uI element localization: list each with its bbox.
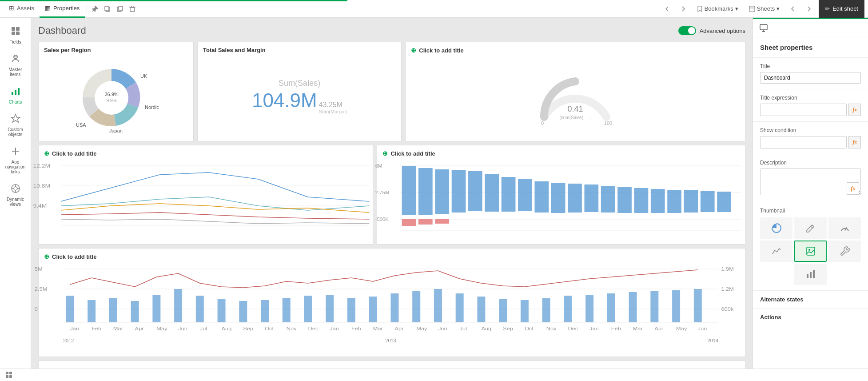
panel-show-condition-label: Show condition [760, 127, 861, 133]
svg-text:Feb: Feb [351, 326, 361, 331]
svg-text:Sep: Sep [243, 326, 253, 331]
sidebar-item-charts[interactable]: Charts [0, 81, 31, 109]
chart-bottom [38, 361, 745, 369]
svg-rect-12 [12, 32, 15, 35]
svg-text:Jun: Jun [698, 326, 707, 331]
bar-chart-svg: 6M 2.75M -500K [399, 161, 741, 239]
svg-text:Oct: Oct [525, 326, 534, 331]
svg-rect-58 [568, 184, 582, 213]
add-icon-combo: ⊕ [44, 253, 49, 260]
svg-text:2.5M: 2.5M [35, 287, 48, 291]
chart-body-sales: Sum(Sales) 104.9M 43.25M Sum(Margin) [198, 56, 401, 140]
sheets-next-button[interactable] [803, 3, 815, 15]
thumb-pie-button[interactable] [760, 217, 792, 239]
panel-thumbnail-label: Thumbnail [760, 208, 861, 214]
chart-title-combo: ⊕ Click to add title [39, 249, 745, 263]
svg-text:Mar: Mar [373, 326, 383, 331]
show-condition-fx-button[interactable]: fx [848, 136, 861, 148]
title-input[interactable] [760, 72, 861, 84]
label-japan: Japan [109, 128, 123, 133]
svg-line-144 [811, 226, 812, 228]
svg-rect-91 [283, 298, 291, 322]
svg-rect-56 [535, 181, 549, 213]
svg-text:Feb: Feb [611, 326, 621, 331]
svg-rect-16 [12, 92, 13, 95]
delete-button[interactable] [126, 3, 139, 15]
sidebar-fields-label: Fields [9, 40, 21, 44]
duplicate-button[interactable] [114, 3, 126, 15]
svg-rect-107 [629, 292, 637, 322]
nav-back-button[interactable] [661, 3, 673, 15]
sheets-dropdown[interactable]: Sheets ▾ [745, 4, 783, 14]
advanced-options-toggle[interactable] [678, 26, 696, 35]
description-textarea[interactable] [760, 168, 861, 195]
sidebar-item-custom-objects[interactable]: Custom objects [0, 109, 31, 141]
svg-rect-1 [105, 6, 109, 11]
svg-text:-500K: -500K [375, 217, 389, 222]
sidebar-dynamic-views-label: Dynamic views [3, 197, 28, 207]
nav-forward-button[interactable] [677, 3, 689, 15]
assets-icon: ⊞ [9, 4, 14, 12]
sheets-prev-button[interactable] [787, 3, 799, 15]
thumb-gauge-button[interactable] [828, 217, 861, 239]
svg-text:Jun: Jun [178, 326, 187, 331]
add-icon-bar: ⊕ [382, 150, 388, 157]
year-labels: 2012 2013 2014 [63, 338, 718, 343]
thumb-image-button[interactable] [794, 241, 827, 262]
kpi-value-row: 104.9M 43.25M Sum(Margin) [252, 91, 347, 114]
bookmarks-dropdown[interactable]: Bookmarks ▾ [693, 4, 742, 14]
panel-title-label: Title [760, 63, 861, 69]
svg-text:Aug: Aug [222, 326, 232, 331]
svg-rect-153 [6, 375, 8, 378]
pin-button[interactable] [89, 3, 101, 15]
chart-title-line-text: Click to add title [52, 150, 96, 157]
add-icon-line: ⊕ [44, 150, 49, 157]
sidebar-item-master-items[interactable]: Master items [0, 49, 31, 81]
thumb-wrench-button[interactable] [828, 241, 861, 262]
thumb-line-button[interactable] [760, 241, 792, 262]
svg-text:Mar: Mar [633, 326, 643, 331]
sidebar-master-items-label: Master items [3, 67, 28, 77]
svg-rect-65 [684, 190, 698, 213]
sidebar-item-app-navigation[interactable]: App navigation links [0, 141, 31, 179]
svg-text:10.8M: 10.8M [33, 184, 51, 189]
svg-rect-63 [651, 189, 665, 213]
content-area: Dashboard Advanced options Sales per Reg… [31, 18, 753, 369]
svg-rect-106 [607, 293, 615, 322]
chart-title-combo-text: Click to add title [52, 253, 96, 260]
title-expression-fx-button[interactable]: fx [848, 104, 861, 116]
title-expression-input[interactable] [760, 104, 847, 116]
show-condition-input[interactable] [760, 136, 847, 148]
tab-properties[interactable]: ▦ Properties [40, 0, 85, 18]
svg-rect-70 [435, 219, 450, 224]
copy-button[interactable] [101, 3, 114, 15]
svg-rect-59 [585, 184, 599, 212]
svg-rect-103 [542, 298, 550, 322]
edit-sheet-label: Edit sheet [832, 5, 858, 12]
panel-section-show-condition: Show condition fx [753, 122, 868, 154]
thumb-pencil-button[interactable] [794, 217, 827, 239]
svg-rect-69 [418, 219, 433, 225]
panel-title: Sheet properties [753, 37, 868, 58]
chart-line: ⊕ Click to add title 12.2M 10.8M [38, 145, 373, 245]
sidebar-item-dynamic-views[interactable]: Dynamic views [0, 179, 31, 211]
advanced-options-label: Advanced options [700, 28, 745, 34]
edit-sheet-button[interactable]: ✏ Edit sheet [819, 0, 864, 18]
svg-rect-66 [701, 191, 715, 212]
svg-text:Jul: Jul [460, 326, 467, 331]
svg-text:Aug: Aug [481, 326, 491, 331]
svg-text:May: May [676, 326, 687, 331]
sidebar-custom-objects-label: Custom objects [3, 127, 28, 137]
chart-bar: ⊕ Click to add title 6M 2.75M [377, 145, 745, 245]
sidebar-item-fields[interactable]: Fields [0, 21, 31, 49]
svg-rect-86 [174, 289, 182, 322]
svg-rect-18 [18, 88, 20, 95]
thumb-bar-button[interactable] [794, 264, 827, 285]
description-fx-button[interactable]: fx [847, 182, 859, 195]
svg-rect-98 [434, 289, 442, 322]
svg-text:Dec: Dec [308, 326, 319, 331]
panel-title-expression-label: Title expression [760, 95, 861, 101]
tab-assets[interactable]: ⊞ Assets [4, 0, 40, 18]
svg-text:5M: 5M [35, 267, 43, 271]
svg-text:0: 0 [541, 120, 544, 126]
